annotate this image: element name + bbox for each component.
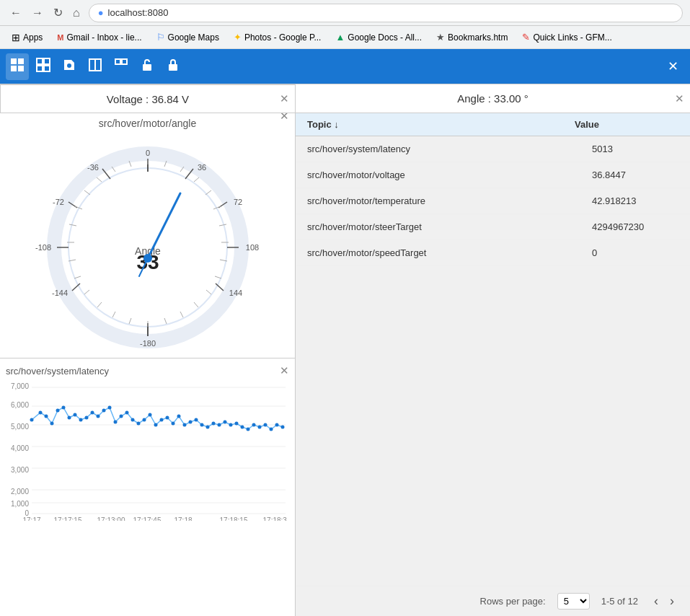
rows-per-page-select[interactable]: 5 10 25 — [557, 593, 590, 610]
svg-line-50 — [180, 312, 183, 317]
bookmark-gmail[interactable]: M Gmail - Inbox - lie... — [51, 31, 147, 44]
svg-text:6,000: 6,000 — [11, 401, 29, 409]
toolbar-btn-save[interactable] — [58, 53, 81, 80]
svg-point-91 — [68, 416, 71, 420]
row-topic: src/hover/system/latency — [307, 144, 592, 154]
table-header-close-space — [661, 119, 678, 130]
toolbar-btn-layout1[interactable] — [84, 53, 107, 80]
svg-point-93 — [79, 418, 83, 422]
bookmark-photos[interactable]: ✦ Photos - Google P... — [228, 30, 327, 44]
maps-icon: ⚐ — [156, 32, 165, 43]
svg-text:17:13:00: 17:13:00 — [97, 516, 125, 521]
svg-point-68 — [143, 254, 152, 263]
svg-point-92 — [74, 413, 77, 417]
row-topic: src/hover/motor/speedTarget — [307, 247, 592, 258]
svg-text:2,000: 2,000 — [11, 488, 29, 496]
svg-point-125 — [264, 423, 267, 427]
svg-text:7,000: 7,000 — [11, 382, 29, 390]
svg-line-49 — [194, 302, 198, 307]
toolbar-btn-lock-closed[interactable] — [162, 53, 185, 80]
svg-line-63 — [97, 177, 102, 182]
svg-text:36: 36 — [197, 163, 205, 172]
bookmark-apps-label: Apps — [23, 32, 43, 43]
toolbar-btn-layout2[interactable] — [110, 53, 133, 80]
gauge-title: src/hover/motor/angle — [99, 118, 196, 129]
voltage-panel-close[interactable]: ✕ — [280, 92, 289, 105]
rows-per-page-label: Rows per page: — [480, 596, 546, 607]
svg-point-108 — [166, 416, 169, 420]
gauge-panel-close[interactable]: ✕ — [280, 113, 289, 123]
row-value: 4294967230 — [592, 221, 678, 232]
table-body[interactable]: src/hover/system/latency 5013 src/hover/… — [296, 136, 690, 586]
bookmark-gmail-label: Gmail - Inbox - lie... — [67, 32, 142, 43]
sort-icon[interactable]: ↓ — [334, 119, 339, 130]
bookmark-links-label: Quick Links - GFM... — [533, 32, 611, 43]
svg-text:-180: -180 — [139, 339, 155, 348]
svg-point-128 — [281, 426, 285, 429]
row-topic: src/hover/motor/steerTarget — [307, 221, 592, 232]
toolbar-close-button[interactable]: ✕ — [662, 56, 684, 77]
svg-point-88 — [50, 422, 54, 426]
svg-rect-3 — [18, 66, 24, 71]
svg-point-121 — [241, 426, 244, 429]
bookmark-links[interactable]: ✎ Quick Links - GFM... — [516, 30, 617, 44]
value-column-header: Value — [575, 119, 661, 130]
row-value: 5013 — [592, 144, 678, 154]
bookmark-docs[interactable]: ▲ Google Docs - All... — [329, 30, 428, 44]
reload-button[interactable]: ↻ — [50, 3, 66, 22]
svg-point-95 — [91, 411, 94, 415]
latency-title: src/hover/system/latency — [6, 366, 109, 377]
forward-button[interactable]: → — [29, 4, 46, 22]
bookmarks-icon: ★ — [436, 32, 445, 43]
bookmark-bookmarks[interactable]: ★ Bookmarks.htm — [430, 30, 513, 44]
bookmark-maps[interactable]: ⚐ Google Maps — [151, 30, 225, 44]
bookmarks-bar: ⊞ Apps M Gmail - Inbox - lie... ⚐ Google… — [0, 26, 690, 49]
table-row: src/hover/motor/temperature 42.918213 — [296, 188, 690, 214]
svg-line-56 — [84, 290, 89, 294]
angle-panel-close[interactable]: ✕ — [675, 92, 684, 105]
svg-point-96 — [97, 415, 100, 418]
svg-point-112 — [189, 421, 193, 424]
toolbar-btn-lock-open[interactable] — [136, 53, 159, 80]
svg-point-87 — [45, 415, 48, 418]
svg-line-41 — [194, 177, 199, 182]
svg-point-104 — [143, 418, 146, 422]
svg-rect-1 — [18, 58, 24, 64]
app-wrapper: ← → ↻ ⌂ ● localhost:8080 ⊞ Apps M Gmail … — [0, 0, 690, 616]
links-icon: ✎ — [522, 32, 530, 43]
svg-line-54 — [112, 312, 115, 317]
svg-rect-13 — [169, 64, 177, 71]
right-column: Angle : 33.00 ° ✕ Topic ↓ Value — [296, 84, 690, 616]
bookmark-apps[interactable]: ⊞ Apps — [6, 30, 48, 45]
table-footer: Rows per page: 5 10 25 1-5 of 12 ‹ › — [296, 586, 690, 616]
svg-point-113 — [195, 418, 198, 422]
svg-rect-0 — [11, 58, 17, 64]
prev-page-button[interactable]: ‹ — [650, 592, 663, 610]
svg-text:144: 144 — [229, 289, 242, 297]
next-page-button[interactable]: › — [665, 592, 678, 610]
svg-point-122 — [247, 428, 250, 431]
table-row: src/hover/motor/speedTarget 0 — [296, 240, 690, 266]
svg-point-124 — [258, 426, 262, 429]
svg-point-114 — [200, 423, 204, 427]
toolbar-btn-grid2[interactable] — [32, 53, 55, 80]
svg-point-90 — [62, 406, 66, 410]
latency-panel: src/hover/system/latency ✕ 7,000 6,000 5… — [0, 358, 295, 616]
apps-icon: ⊞ — [12, 32, 20, 43]
svg-point-99 — [114, 421, 118, 424]
row-topic: src/hover/motor/voltage — [307, 170, 592, 180]
table-row: src/hover/motor/voltage 36.8447 — [296, 162, 690, 188]
latency-panel-close[interactable]: ✕ — [280, 364, 289, 377]
row-topic: src/hover/motor/temperature — [307, 195, 592, 206]
address-bar[interactable]: ● localhost:8080 — [89, 4, 683, 22]
back-button[interactable]: ← — [7, 4, 25, 22]
svg-text:4,000: 4,000 — [11, 444, 29, 452]
toolbar-btn-grid1[interactable] — [6, 53, 29, 80]
pagination-info: 1-5 of 12 — [601, 596, 638, 607]
svg-point-127 — [275, 423, 279, 427]
home-button[interactable]: ⌂ — [70, 4, 83, 22]
svg-line-55 — [97, 302, 102, 307]
svg-line-44 — [219, 224, 226, 226]
url-display: localhost:8080 — [108, 7, 169, 18]
svg-point-97 — [102, 409, 106, 413]
